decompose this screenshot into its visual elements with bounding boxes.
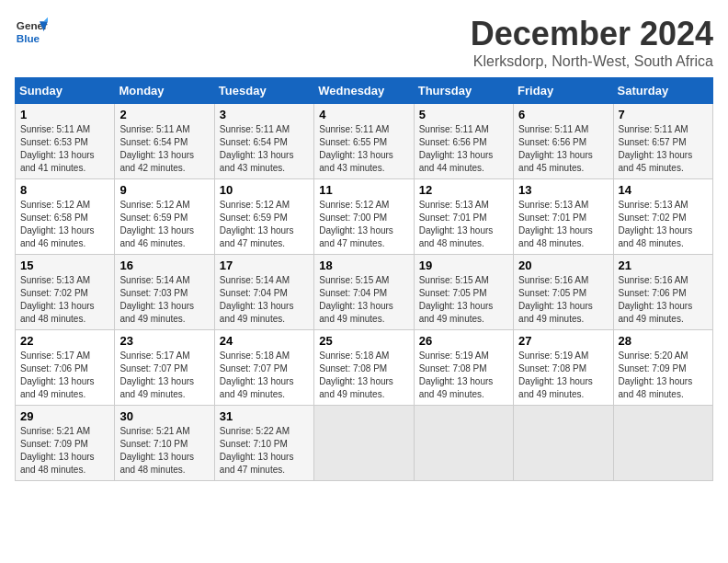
calendar-cell: 17 Sunrise: 5:14 AM Sunset: 7:04 PM Dayl…: [214, 255, 313, 330]
day-info: Sunrise: 5:15 AM Sunset: 7:05 PM Dayligh…: [419, 274, 508, 326]
day-number: 30: [119, 409, 209, 423]
day-info: Sunrise: 5:19 AM Sunset: 7:08 PM Dayligh…: [518, 350, 608, 401]
weekday-header: Thursday: [414, 78, 513, 104]
day-info: Sunrise: 5:20 AM Sunset: 7:09 PM Dayligh…: [619, 350, 708, 401]
calendar-table: SundayMondayTuesdayWednesdayThursdayFrid…: [15, 77, 713, 481]
day-info: Sunrise: 5:11 AM Sunset: 6:54 PM Dayligh…: [119, 123, 209, 175]
day-info: Sunrise: 5:14 AM Sunset: 7:03 PM Dayligh…: [119, 274, 209, 326]
calendar-cell: [414, 406, 513, 481]
logo-icon: General Blue: [15, 15, 48, 48]
calendar-cell: 27 Sunrise: 5:19 AM Sunset: 7:08 PM Dayl…: [514, 330, 613, 406]
calendar-cell: 14 Sunrise: 5:13 AM Sunset: 7:02 PM Dayl…: [613, 179, 712, 255]
calendar-cell: 1 Sunrise: 5:11 AM Sunset: 6:53 PM Dayli…: [16, 104, 115, 179]
day-number: 24: [220, 334, 309, 348]
day-number: 25: [319, 334, 408, 348]
calendar-cell: [514, 406, 613, 481]
day-info: Sunrise: 5:22 AM Sunset: 7:10 PM Dayligh…: [220, 425, 309, 477]
weekday-header: Sunday: [16, 78, 115, 104]
day-number: 29: [20, 409, 109, 423]
calendar-subtitle: Klerksdorp, North-West, South Africa: [471, 53, 713, 70]
day-number: 9: [119, 183, 209, 197]
day-number: 2: [119, 108, 209, 121]
calendar-cell: 15 Sunrise: 5:13 AM Sunset: 7:02 PM Dayl…: [16, 255, 115, 330]
title-section: December 2024 Klerksdorp, North-West, So…: [471, 15, 713, 70]
day-info: Sunrise: 5:12 AM Sunset: 6:58 PM Dayligh…: [20, 199, 109, 250]
calendar-cell: 4 Sunrise: 5:11 AM Sunset: 6:55 PM Dayli…: [314, 104, 414, 179]
calendar-cell: 3 Sunrise: 5:11 AM Sunset: 6:54 PM Dayli…: [214, 104, 313, 179]
day-info: Sunrise: 5:12 AM Sunset: 6:59 PM Dayligh…: [220, 199, 309, 250]
day-number: 10: [220, 183, 309, 197]
day-number: 16: [119, 259, 209, 272]
calendar-cell: 20 Sunrise: 5:16 AM Sunset: 7:05 PM Dayl…: [514, 255, 613, 330]
calendar-cell: 30 Sunrise: 5:21 AM Sunset: 7:10 PM Dayl…: [115, 406, 214, 481]
svg-text:Blue: Blue: [17, 32, 40, 44]
day-number: 8: [20, 183, 109, 197]
day-info: Sunrise: 5:21 AM Sunset: 7:10 PM Dayligh…: [119, 425, 209, 477]
day-info: Sunrise: 5:13 AM Sunset: 7:01 PM Dayligh…: [518, 199, 608, 250]
day-number: 12: [419, 183, 508, 197]
calendar-week-row: 1 Sunrise: 5:11 AM Sunset: 6:53 PM Dayli…: [16, 104, 713, 179]
day-info: Sunrise: 5:11 AM Sunset: 6:56 PM Dayligh…: [419, 123, 508, 175]
day-info: Sunrise: 5:11 AM Sunset: 6:57 PM Dayligh…: [619, 123, 708, 175]
calendar-week-row: 29 Sunrise: 5:21 AM Sunset: 7:09 PM Dayl…: [16, 406, 713, 481]
day-info: Sunrise: 5:13 AM Sunset: 7:02 PM Dayligh…: [619, 199, 708, 250]
day-info: Sunrise: 5:19 AM Sunset: 7:08 PM Dayligh…: [419, 350, 508, 401]
day-number: 5: [419, 108, 508, 121]
day-number: 17: [220, 259, 309, 272]
day-info: Sunrise: 5:17 AM Sunset: 7:06 PM Dayligh…: [20, 350, 109, 401]
calendar-cell: [613, 406, 712, 481]
day-info: Sunrise: 5:11 AM Sunset: 6:55 PM Dayligh…: [319, 123, 408, 175]
calendar-cell: 7 Sunrise: 5:11 AM Sunset: 6:57 PM Dayli…: [613, 104, 712, 179]
weekday-header: Wednesday: [314, 78, 414, 104]
calendar-cell: 16 Sunrise: 5:14 AM Sunset: 7:03 PM Dayl…: [115, 255, 214, 330]
day-info: Sunrise: 5:16 AM Sunset: 7:05 PM Dayligh…: [518, 274, 608, 326]
day-number: 1: [20, 108, 109, 121]
day-info: Sunrise: 5:11 AM Sunset: 6:53 PM Dayligh…: [20, 123, 109, 175]
day-info: Sunrise: 5:18 AM Sunset: 7:07 PM Dayligh…: [220, 350, 309, 401]
day-number: 4: [319, 108, 408, 121]
day-info: Sunrise: 5:11 AM Sunset: 6:54 PM Dayligh…: [220, 123, 309, 175]
day-number: 3: [220, 108, 309, 121]
day-number: 22: [20, 334, 109, 348]
calendar-cell: 25 Sunrise: 5:18 AM Sunset: 7:08 PM Dayl…: [314, 330, 414, 406]
day-info: Sunrise: 5:16 AM Sunset: 7:06 PM Dayligh…: [619, 274, 708, 326]
calendar-cell: 21 Sunrise: 5:16 AM Sunset: 7:06 PM Dayl…: [613, 255, 712, 330]
day-info: Sunrise: 5:13 AM Sunset: 7:01 PM Dayligh…: [419, 199, 508, 250]
day-info: Sunrise: 5:13 AM Sunset: 7:02 PM Dayligh…: [20, 274, 109, 326]
day-info: Sunrise: 5:17 AM Sunset: 7:07 PM Dayligh…: [119, 350, 209, 401]
calendar-cell: 2 Sunrise: 5:11 AM Sunset: 6:54 PM Dayli…: [115, 104, 214, 179]
day-number: 26: [419, 334, 508, 348]
weekday-header: Tuesday: [214, 78, 313, 104]
calendar-cell: 23 Sunrise: 5:17 AM Sunset: 7:07 PM Dayl…: [115, 330, 214, 406]
calendar-title: December 2024: [471, 15, 713, 53]
calendar-cell: 22 Sunrise: 5:17 AM Sunset: 7:06 PM Dayl…: [16, 330, 115, 406]
weekday-header: Friday: [514, 78, 613, 104]
day-info: Sunrise: 5:12 AM Sunset: 7:00 PM Dayligh…: [319, 199, 408, 250]
calendar-cell: 26 Sunrise: 5:19 AM Sunset: 7:08 PM Dayl…: [414, 330, 513, 406]
calendar-cell: 31 Sunrise: 5:22 AM Sunset: 7:10 PM Dayl…: [214, 406, 313, 481]
day-info: Sunrise: 5:12 AM Sunset: 6:59 PM Dayligh…: [119, 199, 209, 250]
logo: General Blue: [15, 15, 48, 48]
day-info: Sunrise: 5:15 AM Sunset: 7:04 PM Dayligh…: [319, 274, 408, 326]
calendar-cell: 6 Sunrise: 5:11 AM Sunset: 6:56 PM Dayli…: [514, 104, 613, 179]
day-info: Sunrise: 5:21 AM Sunset: 7:09 PM Dayligh…: [20, 425, 109, 477]
day-number: 6: [518, 108, 608, 121]
day-info: Sunrise: 5:11 AM Sunset: 6:56 PM Dayligh…: [518, 123, 608, 175]
day-number: 18: [319, 259, 408, 272]
weekday-header-row: SundayMondayTuesdayWednesdayThursdayFrid…: [16, 78, 713, 104]
day-number: 14: [619, 183, 708, 197]
calendar-cell: 19 Sunrise: 5:15 AM Sunset: 7:05 PM Dayl…: [414, 255, 513, 330]
day-number: 20: [518, 259, 608, 272]
calendar-cell: 12 Sunrise: 5:13 AM Sunset: 7:01 PM Dayl…: [414, 179, 513, 255]
header: General Blue December 2024 Klerksdorp, N…: [15, 15, 713, 70]
calendar-cell: 9 Sunrise: 5:12 AM Sunset: 6:59 PM Dayli…: [115, 179, 214, 255]
day-number: 11: [319, 183, 408, 197]
day-number: 19: [419, 259, 508, 272]
day-number: 28: [619, 334, 708, 348]
day-number: 21: [619, 259, 708, 272]
calendar-cell: 10 Sunrise: 5:12 AM Sunset: 6:59 PM Dayl…: [214, 179, 313, 255]
calendar-cell: 24 Sunrise: 5:18 AM Sunset: 7:07 PM Dayl…: [214, 330, 313, 406]
weekday-header: Monday: [115, 78, 214, 104]
calendar-cell: 8 Sunrise: 5:12 AM Sunset: 6:58 PM Dayli…: [16, 179, 115, 255]
calendar-cell: 13 Sunrise: 5:13 AM Sunset: 7:01 PM Dayl…: [514, 179, 613, 255]
